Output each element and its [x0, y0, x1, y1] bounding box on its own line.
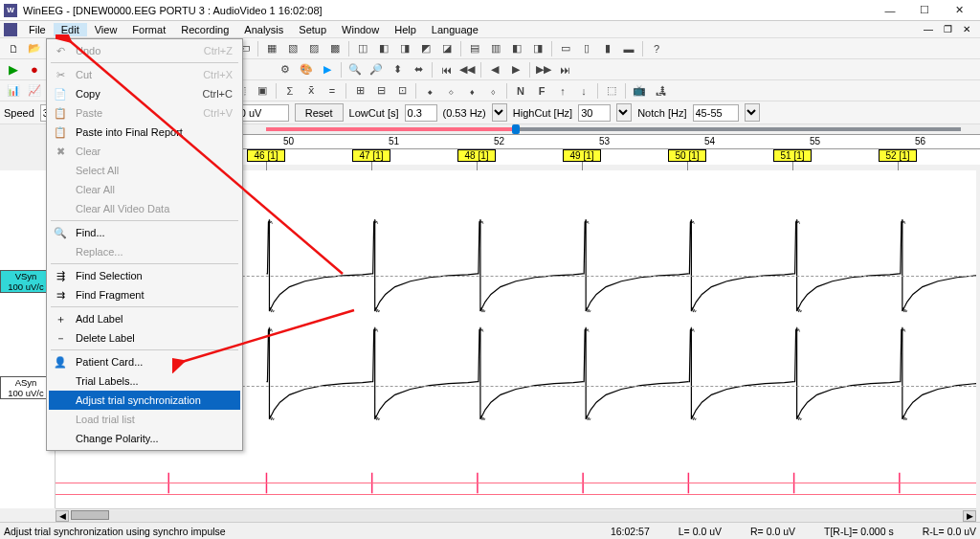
scroll-right-button[interactable]: ▶	[963, 510, 976, 522]
tool-icon-14[interactable]: ▭	[556, 40, 575, 57]
menu-delete-label[interactable]: －Delete Label	[49, 328, 240, 348]
menu-help[interactable]: Help	[387, 23, 424, 36]
marker-icon-2[interactable]: ⬦	[441, 82, 460, 100]
close-button[interactable]: ✕	[942, 1, 976, 20]
mode-icon-1[interactable]: ⚙	[276, 61, 295, 79]
sel-icon[interactable]: ▣	[253, 82, 272, 100]
avg-icon[interactable]: x̄	[301, 82, 321, 100]
graph-icon-1[interactable]: 📊	[4, 82, 23, 100]
play-small-icon[interactable]: ▶	[318, 61, 337, 79]
sigma-icon[interactable]: Σ	[280, 82, 300, 100]
mdi-restore-button[interactable]: ❐	[938, 23, 957, 36]
menu-copy[interactable]: 📄CopyCtrl+C	[49, 84, 240, 103]
highcut-dropdown[interactable]	[616, 103, 632, 122]
menu-trial-labels[interactable]: Trial Labels...	[49, 371, 240, 391]
lowcut-input[interactable]	[405, 104, 437, 122]
v-zoom-out-icon[interactable]: ⬌	[409, 61, 428, 79]
tool-icon-4[interactable]: ▩	[325, 40, 345, 57]
menu-patient-card[interactable]: 👤Patient Card...	[49, 352, 240, 371]
menu-format[interactable]: Format	[124, 23, 173, 36]
menu-window[interactable]: Window	[334, 23, 387, 36]
menu-replace[interactable]: Replace...	[49, 242, 240, 261]
open-icon[interactable]: 📂	[25, 40, 44, 57]
step-next-icon[interactable]: ▶	[506, 61, 525, 79]
tool-icon-15[interactable]: ▯	[577, 40, 596, 57]
tool-icon-17[interactable]: ▬	[619, 40, 638, 57]
record-button[interactable]: ●	[25, 61, 44, 79]
menu-load-trial[interactable]: Load trial list	[49, 410, 240, 429]
minimize-button[interactable]: —	[873, 1, 907, 20]
zoom-out-icon[interactable]: 🔎	[367, 61, 386, 79]
horizontal-scrollbar[interactable]: ◀ ▶	[56, 508, 976, 522]
position-slider[interactable]	[266, 124, 980, 134]
zoom-in-icon[interactable]: 🔍	[345, 61, 365, 79]
extra-icon-1[interactable]: ⬚	[602, 82, 621, 100]
menu-recording[interactable]: Recording	[173, 23, 236, 36]
sort-up-icon[interactable]: ↑	[553, 82, 572, 100]
menu-analysis[interactable]: Analysis	[236, 23, 291, 36]
jump-first-icon[interactable]: ⏮	[436, 61, 456, 79]
text-F-icon[interactable]: F	[532, 82, 551, 100]
menu-find-selection[interactable]: ⇶Find Selection	[49, 266, 240, 285]
slider-thumb[interactable]	[512, 124, 520, 134]
menu-select-all[interactable]: Select All	[49, 161, 240, 180]
menu-add-label[interactable]: ＋Add Label	[49, 309, 240, 328]
menu-find-fragment[interactable]: ⇉Find Fragment	[49, 285, 240, 304]
reset-button[interactable]: Reset	[295, 103, 344, 122]
marker-icon-1[interactable]: ⬥	[420, 82, 439, 100]
channel-asyn-label[interactable]: ASyn 100 uV/c	[0, 376, 52, 399]
marker-label[interactable]: 47 [1]	[352, 149, 390, 162]
menu-clear-all[interactable]: Clear All	[49, 180, 240, 199]
tool-icon-2[interactable]: ▧	[283, 40, 302, 57]
highcut-input[interactable]	[578, 104, 611, 122]
channel-vsyn-label[interactable]: VSyn 100 uV/c	[0, 270, 52, 293]
new-icon[interactable]: 🗋	[4, 40, 23, 57]
notch-input[interactable]	[693, 104, 739, 122]
menu-cut[interactable]: ✂CutCtrl+X	[49, 65, 240, 84]
tool-icon-6[interactable]: ◧	[374, 40, 393, 57]
scroll-thumb[interactable]	[71, 510, 109, 520]
nav-next-icon[interactable]: ▶▶	[534, 61, 553, 79]
layout-icon-1[interactable]: ⊞	[350, 82, 369, 100]
marker-label[interactable]: 50 [1]	[668, 149, 706, 162]
calc-icon[interactable]: =	[323, 82, 342, 100]
marker-label[interactable]: 52 [1]	[879, 149, 917, 162]
sort-down-icon[interactable]: ↓	[574, 82, 593, 100]
tool-icon-1[interactable]: ▦	[262, 40, 281, 57]
play-button[interactable]: ▶	[4, 61, 23, 79]
lowcut-dropdown[interactable]	[492, 103, 507, 122]
marker-label[interactable]: 48 [1]	[457, 149, 496, 162]
menu-language[interactable]: Language	[424, 23, 486, 36]
uv-input[interactable]	[237, 104, 289, 122]
menu-find[interactable]: 🔍Find...	[49, 223, 240, 242]
mode-icon-2[interactable]: 🎨	[297, 61, 316, 79]
tool-icon-5[interactable]: ◫	[353, 40, 372, 57]
photo-icon[interactable]: 🏞	[651, 82, 670, 100]
mdi-minimize-button[interactable]: —	[919, 23, 938, 36]
menu-undo[interactable]: ↶UndoCtrl+Z	[49, 41, 240, 60]
nav-prev-icon[interactable]: ◀◀	[457, 61, 477, 79]
menu-paste[interactable]: 📋PasteCtrl+V	[49, 103, 240, 123]
tool-icon-11[interactable]: ▥	[486, 40, 505, 57]
tool-icon-3[interactable]: ▨	[304, 40, 323, 57]
marker-icon-4[interactable]: ⬨	[483, 82, 502, 100]
tool-icon-16[interactable]: ▮	[598, 40, 617, 57]
scroll-track[interactable]	[69, 510, 963, 522]
tool-icon-12[interactable]: ◧	[507, 40, 526, 57]
menu-clear-video[interactable]: Clear All Video Data	[49, 199, 240, 218]
graph-icon-2[interactable]: 📈	[25, 82, 44, 100]
scroll-left-button[interactable]: ◀	[56, 510, 69, 522]
menu-view[interactable]: View	[87, 23, 125, 36]
marker-label[interactable]: 49 [1]	[563, 149, 601, 162]
tool-help-icon[interactable]: ?	[647, 40, 666, 57]
menu-adjust-sync[interactable]: Adjust trial synchronization	[49, 391, 240, 410]
menu-setup[interactable]: Setup	[291, 23, 334, 36]
jump-last-icon[interactable]: ⏭	[555, 61, 574, 79]
tool-icon-9[interactable]: ◪	[437, 40, 457, 57]
step-prev-icon[interactable]: ◀	[485, 61, 504, 79]
menu-edit[interactable]: Edit	[54, 23, 87, 36]
tool-icon-10[interactable]: ▤	[465, 40, 484, 57]
notch-dropdown[interactable]	[745, 103, 760, 122]
marker-label[interactable]: 51 [1]	[773, 149, 812, 162]
tool-icon-8[interactable]: ◩	[416, 40, 435, 57]
